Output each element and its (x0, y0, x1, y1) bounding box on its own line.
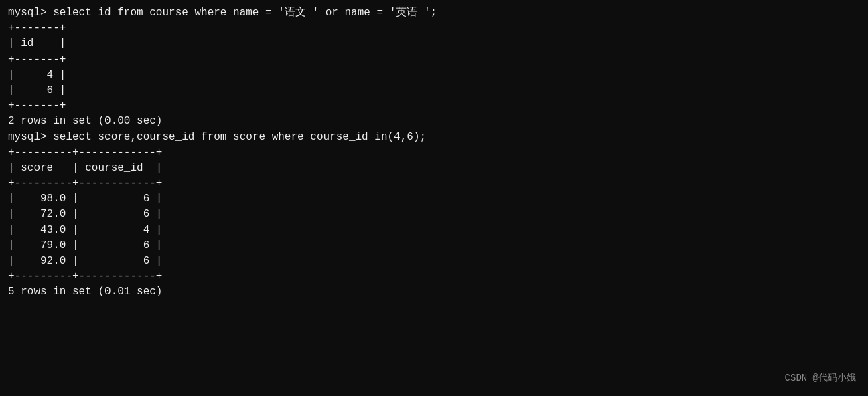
terminal-line: | 92.0 | 6 | (8, 254, 860, 269)
terminal-line: +---------+------------+ (8, 145, 860, 161)
terminal-line: mysql> select score,course_id from score… (8, 130, 860, 145)
terminal-line: | score | course_id | (8, 161, 860, 176)
terminal-line: 5 rows in set (0.01 sec) (8, 284, 860, 300)
watermark: CSDN @代码小娥 (785, 372, 856, 384)
terminal-window: mysql> select id from course where name … (0, 0, 868, 396)
terminal-line: | 43.0 | 4 | (8, 223, 860, 238)
terminal-output: mysql> select id from course where name … (8, 5, 860, 300)
terminal-line: +-------+ (8, 52, 860, 68)
terminal-line: +-------+ (8, 21, 860, 36)
terminal-line: | id | (8, 36, 860, 52)
terminal-line: mysql> select id from course where name … (8, 5, 860, 21)
terminal-line: +---------+------------+ (8, 176, 860, 191)
terminal-line: | 79.0 | 6 | (8, 238, 860, 254)
terminal-line: | 4 | (8, 68, 860, 83)
terminal-line: | 98.0 | 6 | (8, 191, 860, 207)
terminal-line: +-------+ (8, 98, 860, 114)
terminal-line: 2 rows in set (0.00 sec) (8, 114, 860, 129)
terminal-line: +---------+------------+ (8, 269, 860, 284)
terminal-line: | 72.0 | 6 | (8, 207, 860, 222)
terminal-line: | 6 | (8, 83, 860, 98)
